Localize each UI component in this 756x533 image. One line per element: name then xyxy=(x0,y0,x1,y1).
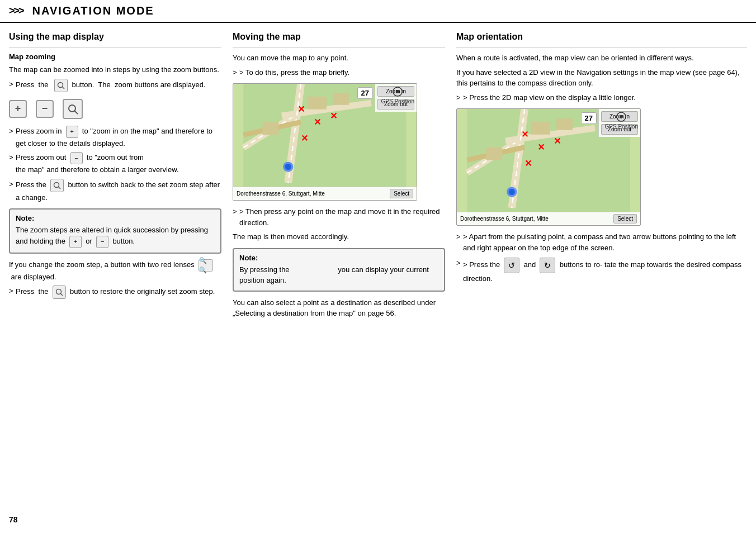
rotate-left-icon: ↺ xyxy=(504,258,519,273)
map-badge-2: 27 xyxy=(581,112,597,124)
gps-icon: GPS Position xyxy=(381,86,414,104)
map-address-2: Dorotheenstrasse 6, Stuttgart, Mitte xyxy=(460,216,549,222)
mid-note-title: Note: xyxy=(239,254,438,262)
svg-text:✕: ✕ xyxy=(537,142,545,152)
gps-label: GPS Position xyxy=(381,98,414,104)
zoom-note-box: Note: The zoom steps are altered in quic… xyxy=(9,208,221,254)
mid-bullet2: > Then press any point on the map and mo… xyxy=(233,206,445,228)
svg-text:✕: ✕ xyxy=(297,104,305,114)
svg-text:✕: ✕ xyxy=(301,134,308,143)
svg-point-41 xyxy=(509,189,515,195)
search-icon-inline2 xyxy=(50,179,64,192)
breadcrumb-arrows: >>> xyxy=(9,5,23,17)
plus-icon-inline: + xyxy=(66,126,78,138)
svg-line-3 xyxy=(75,111,78,114)
map-bottom-bar-2: Dorotheenstrasse 6, Stuttgart, Mitte Sel… xyxy=(457,212,640,225)
map-bottom-bar-1: Dorotheenstrasse 6, Stuttgart, Mitte Sel… xyxy=(233,187,417,200)
zoom-bullet5: Press the button to restore the original… xyxy=(9,285,221,299)
mid-note-text: By pressing the you can display your cur… xyxy=(239,264,438,286)
map-image-1: ✕ ✕ ✕ ✕ GPS Position Zoom in Zoom out 27 xyxy=(233,83,417,201)
map-zooming-subtitle: Map zooming xyxy=(9,53,221,61)
zoom-icons-row: + − xyxy=(9,99,221,119)
zoom-bullet1-prefix: Press the xyxy=(16,80,53,89)
svg-line-5 xyxy=(59,187,61,189)
svg-line-7 xyxy=(60,294,63,296)
mid-para3: You can also select a point as a destina… xyxy=(233,297,445,319)
zoom-bullet2-text: Press zoom in xyxy=(16,127,64,135)
zoom-note-text: The zoom steps are altered in quick succ… xyxy=(16,225,215,248)
svg-text:✕: ✕ xyxy=(330,111,337,121)
plus-icon-note: + xyxy=(69,236,82,248)
map-zooming-para1: The map can be zoomed into in steps by u… xyxy=(9,64,221,75)
zoom-para2: If you change the zoom step, a button wi… xyxy=(9,259,221,283)
zoom-bullet5-suffix: button to restore the originally set zoo… xyxy=(68,287,215,296)
svg-point-2 xyxy=(69,105,75,112)
right-bullet1: > Press the 2D map view on the display a… xyxy=(456,92,747,103)
svg-rect-15 xyxy=(308,97,327,110)
twolens-icon: 🔍🔍 xyxy=(199,259,213,272)
page-header: >>> NAVIGATION MODE xyxy=(0,0,756,23)
map-address-1: Dorotheenstrasse 6, Stuttgart, Mitte xyxy=(237,191,325,197)
zoom-bullet5-prefix: Press the xyxy=(16,287,50,296)
map-badge-1: 27 xyxy=(357,87,373,99)
mid-para1: You can move the map to any point. xyxy=(233,53,445,64)
map-image-2: ✕ ✕ ✕ ✕ GPS Position Zoom in Zoom out 27… xyxy=(456,108,641,226)
svg-text:✕: ✕ xyxy=(554,136,561,146)
minus-icon-note: − xyxy=(96,236,108,248)
svg-point-6 xyxy=(56,289,61,294)
right-section-title: Map orientation xyxy=(456,32,747,42)
svg-text:✕: ✕ xyxy=(521,130,528,139)
minus-icon-inline: − xyxy=(70,152,83,164)
zoom-bullet2: Press zoom in + to "zoom in on the map" … xyxy=(9,126,221,149)
zoom-bullet4-prefix: Press the xyxy=(16,180,49,189)
right-divider xyxy=(456,47,747,48)
svg-point-43 xyxy=(620,115,623,118)
gps-label-2: GPS Position xyxy=(605,123,638,130)
left-column: Using the map display Map zooming The ma… xyxy=(9,32,221,322)
mid-divider xyxy=(233,47,445,48)
zoom-bullet3: Press zoom out − to "zoom out from the m… xyxy=(9,152,221,175)
svg-line-1 xyxy=(63,87,65,89)
svg-rect-34 xyxy=(556,118,573,130)
zoom-note-title: Note: xyxy=(16,214,215,222)
mid-note-box: Note: By pressing the you can display yo… xyxy=(233,248,445,292)
rotate-right-icon: ↻ xyxy=(540,258,555,273)
map-ui-panel: GPS Position Zoom in Zoom out xyxy=(375,84,417,112)
right-column: Map orientation When a route is activate… xyxy=(456,32,747,322)
svg-rect-16 xyxy=(333,93,349,105)
zoom-bullet4: Press the button to switch back to the s… xyxy=(9,179,221,203)
svg-rect-33 xyxy=(531,122,550,135)
zoom-search-icon xyxy=(63,99,83,119)
right-para2: If you have selected a 2D view in the Na… xyxy=(456,67,747,89)
mid-section-title: Moving the map xyxy=(233,32,445,42)
svg-rect-35 xyxy=(486,147,503,160)
mid-bullet1: > To do this, press the map briefly. xyxy=(233,67,445,78)
select-btn-1[interactable]: Select xyxy=(390,189,413,198)
search-icon-small xyxy=(54,79,68,92)
svg-point-25 xyxy=(396,90,399,93)
svg-text:✕: ✕ xyxy=(314,117,321,127)
zoom-plus-icon: + xyxy=(9,100,27,118)
right-bullet3: > Press the ↺ and ↻ buttons to ro- tate … xyxy=(456,258,747,284)
select-btn-2[interactable]: Select xyxy=(613,214,637,223)
zoom-minus-icon: − xyxy=(36,100,54,118)
main-content: Using the map display Map zooming The ma… xyxy=(0,23,756,331)
right-para1: When a route is activated, the map view … xyxy=(456,53,747,64)
svg-text:✕: ✕ xyxy=(525,159,532,168)
search-icon-inline3 xyxy=(53,285,66,299)
zoom-bullet3-prefix: Press zoom out xyxy=(16,153,68,161)
section-divider xyxy=(9,47,221,48)
svg-rect-17 xyxy=(263,122,279,135)
page-number: 78 xyxy=(9,515,18,524)
right-bullet2: > Apart from the pulsating point, a comp… xyxy=(456,231,747,253)
svg-point-23 xyxy=(285,164,291,170)
svg-point-4 xyxy=(54,182,59,187)
gps-icon-2: GPS Position xyxy=(605,111,638,130)
map-ui-panel-2: GPS Position Zoom in Zoom out xyxy=(598,109,640,137)
svg-point-0 xyxy=(58,82,63,87)
zoom-bullet1: Press the button. The zoom buttons are d… xyxy=(9,79,221,92)
mid-column: Moving the map You can move the map to a… xyxy=(233,32,445,322)
left-section-title: Using the map display xyxy=(9,32,221,42)
page-title: NAVIGATION MODE xyxy=(32,4,154,17)
zoom-bullet1-suffix: button. The zoom buttons are displayed. xyxy=(70,80,206,89)
